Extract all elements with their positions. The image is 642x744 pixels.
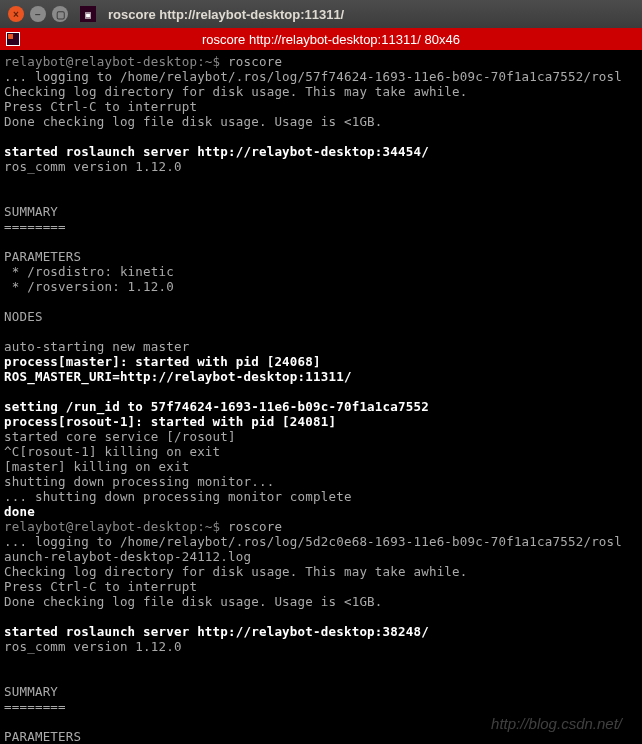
minimize-button[interactable]: −	[30, 6, 46, 22]
tab-icon[interactable]	[6, 32, 20, 46]
output-line: [master] killing on exit	[4, 459, 189, 474]
tabbar: roscore http://relaybot-desktop:11311/ 8…	[0, 28, 642, 50]
output-line: auto-starting new master	[4, 339, 189, 354]
output-line: ... logging to /home/relaybot/.ros/log/5…	[4, 534, 622, 549]
output-line: SUMMARY	[4, 204, 58, 219]
app-icon: ▣	[80, 6, 96, 22]
output-line: ========	[4, 699, 66, 714]
output-line: Checking log directory for disk usage. T…	[4, 84, 468, 99]
close-button[interactable]: ×	[8, 6, 24, 22]
output-line: * /rosversion: 1.12.0	[4, 279, 174, 294]
terminal-output[interactable]: relaybot@relaybot-desktop:~$ roscore ...…	[0, 50, 642, 744]
output-line: done	[4, 504, 35, 519]
output-line: ros_comm version 1.12.0	[4, 639, 182, 654]
output-line: process[master]: started with pid [24068…	[4, 354, 321, 369]
prompt: relaybot@relaybot-desktop:~$	[4, 519, 228, 534]
output-line: started roslaunch server http://relaybot…	[4, 624, 429, 639]
titlebar[interactable]: × − ▢ ▣ roscore http://relaybot-desktop:…	[0, 0, 642, 28]
output-line: ... shutting down processing monitor com…	[4, 489, 352, 504]
output-line: ^C[rosout-1] killing on exit	[4, 444, 220, 459]
tab-title[interactable]: roscore http://relaybot-desktop:11311/ 8…	[26, 32, 636, 47]
output-line: aunch-relaybot-desktop-24112.log	[4, 549, 251, 564]
output-line: NODES	[4, 309, 43, 324]
output-line: process[rosout-1]: started with pid [240…	[4, 414, 336, 429]
output-line: started roslaunch server http://relaybot…	[4, 144, 429, 159]
output-line: PARAMETERS	[4, 249, 81, 264]
output-line: SUMMARY	[4, 684, 58, 699]
output-line: ros_comm version 1.12.0	[4, 159, 182, 174]
window-title: roscore http://relaybot-desktop:11311/	[108, 7, 344, 22]
prompt: relaybot@relaybot-desktop:~$	[4, 54, 228, 69]
output-line: Checking log directory for disk usage. T…	[4, 564, 468, 579]
window-buttons: × − ▢	[8, 6, 68, 22]
output-line: ... logging to /home/relaybot/.ros/log/5…	[4, 69, 622, 84]
output-line: PARAMETERS	[4, 729, 81, 744]
output-line: ========	[4, 219, 66, 234]
maximize-button[interactable]: ▢	[52, 6, 68, 22]
output-line: ROS_MASTER_URI=http://relaybot-desktop:1…	[4, 369, 352, 384]
output-line: setting /run_id to 57f74624-1693-11e6-b0…	[4, 399, 429, 414]
output-line: started core service [/rosout]	[4, 429, 236, 444]
output-line: Press Ctrl-C to interrupt	[4, 579, 197, 594]
output-line: * /rosdistro: kinetic	[4, 264, 174, 279]
terminal-window: × − ▢ ▣ roscore http://relaybot-desktop:…	[0, 0, 642, 744]
command: roscore	[228, 54, 282, 69]
output-line: Done checking log file disk usage. Usage…	[4, 114, 383, 129]
output-line: Done checking log file disk usage. Usage…	[4, 594, 383, 609]
output-line: shutting down processing monitor...	[4, 474, 274, 489]
output-line: Press Ctrl-C to interrupt	[4, 99, 197, 114]
command: roscore	[228, 519, 282, 534]
